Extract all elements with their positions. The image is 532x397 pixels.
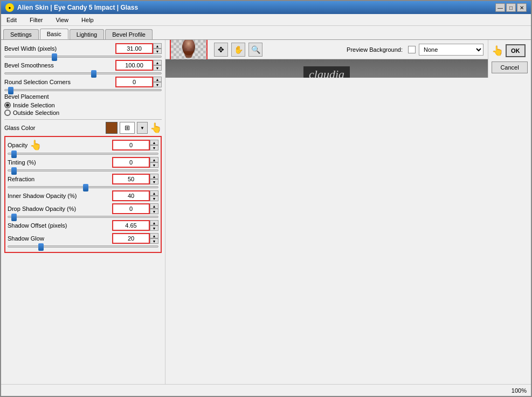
preview-text-band: claudia xyxy=(165,59,488,78)
opacity-slider-thumb[interactable] xyxy=(11,150,17,158)
bevel-smoothness-down[interactable]: ▼ xyxy=(153,65,162,71)
bevel-width-down[interactable]: ▼ xyxy=(153,49,162,54)
menu-help[interactable]: Help xyxy=(78,16,97,24)
bevel-width-slider-track[interactable] xyxy=(4,56,162,58)
bevel-smoothness-input-wrap: ▲ ▼ xyxy=(115,60,162,71)
tab-settings[interactable]: Settings xyxy=(3,29,39,39)
color-grid-button[interactable]: ⊞ xyxy=(120,122,135,134)
opacity-slider-track[interactable] xyxy=(8,153,158,155)
inner-shadow-opacity-input[interactable] xyxy=(112,190,150,201)
round-corners-label: Round Selection Corners xyxy=(4,79,115,85)
preview-top: ✥ ✋ 🔍 Preview Background: None xyxy=(165,40,531,78)
bevel-width-up[interactable]: ▲ xyxy=(153,43,162,49)
maximize-button[interactable]: □ xyxy=(506,3,516,12)
preview-canvas[interactable]: claudia xyxy=(165,59,488,78)
shadow-offset-input[interactable] xyxy=(112,220,150,231)
refraction-down[interactable]: ▼ xyxy=(150,179,158,184)
zoom-tool-button[interactable]: 🔍 xyxy=(248,43,262,57)
drop-shadow-opacity-slider-track[interactable] xyxy=(8,216,158,218)
main-window: ● Alien Skin | Eye Candy 5 Impact | Glas… xyxy=(0,0,532,397)
ok-hand-icon: 👆 xyxy=(492,45,503,57)
refraction-slider-thumb[interactable] xyxy=(83,184,88,191)
move-tool-button[interactable]: ✥ xyxy=(214,43,228,57)
preview-bg-label: Preview Background: xyxy=(347,46,403,53)
round-corners-up[interactable]: ▲ xyxy=(153,77,162,82)
refraction-slider-track[interactable] xyxy=(8,186,158,188)
bevel-smoothness-slider-track[interactable] xyxy=(4,72,162,74)
window-title: Alien Skin | Eye Candy 5 Impact | Glass xyxy=(17,4,138,11)
glass-color-row: Glass Color ⊞ ▼ 👆 xyxy=(4,122,162,134)
minimize-button[interactable]: — xyxy=(495,3,505,12)
hand-tool-button[interactable]: ✋ xyxy=(231,43,245,57)
bevel-smoothness-spinner: ▲ ▼ xyxy=(153,60,162,71)
refraction-up[interactable]: ▲ xyxy=(150,174,158,179)
shadow-offset-down[interactable]: ▼ xyxy=(150,225,158,231)
drop-shadow-opacity-input[interactable] xyxy=(112,203,150,214)
refraction-input-wrap: ▲ ▼ xyxy=(112,174,158,184)
inner-shadow-opacity-up[interactable]: ▲ xyxy=(150,190,158,196)
hand-icon: ✋ xyxy=(234,45,243,54)
tinting-slider-thumb[interactable] xyxy=(11,167,17,175)
shadow-glow-slider-thumb[interactable] xyxy=(38,243,44,251)
drop-shadow-opacity-label: Drop Shadow Opacity (%) xyxy=(8,206,112,212)
bevel-smoothness-input[interactable] xyxy=(115,60,153,71)
round-corners-slider-thumb[interactable] xyxy=(8,87,13,94)
refraction-input[interactable] xyxy=(112,174,150,184)
tab-bevel-profile[interactable]: Bevel Profile xyxy=(105,29,153,39)
cancel-button[interactable]: Cancel xyxy=(492,61,528,73)
tab-basic[interactable]: Basic xyxy=(40,29,68,39)
shadow-offset-spinner: ▲ ▼ xyxy=(150,220,158,231)
bevel-width-input[interactable] xyxy=(115,43,153,54)
close-button[interactable]: ✕ xyxy=(517,3,527,12)
color-dropdown-button[interactable]: ▼ xyxy=(137,122,148,134)
opacity-input-wrap: ▲ ▼ xyxy=(112,140,158,150)
round-corners-down[interactable]: ▼ xyxy=(153,82,162,87)
opacity-input[interactable] xyxy=(112,140,150,150)
shadow-glow-input[interactable] xyxy=(112,233,150,244)
opacity-down[interactable]: ▼ xyxy=(150,145,158,150)
glass-params-box: Opacity 👆 ▲ ▼ xyxy=(4,136,162,253)
tinting-up[interactable]: ▲ xyxy=(150,157,158,162)
bevel-width-label: Bevel Width (pixels) xyxy=(4,45,115,52)
glass-color-swatch[interactable] xyxy=(106,122,118,134)
shadow-offset-group: Shadow Offset (pixels) ▲ ▼ xyxy=(8,220,158,231)
drop-shadow-opacity-slider-thumb[interactable] xyxy=(11,214,17,221)
app-icon: ● xyxy=(5,3,14,12)
bevel-smoothness-up[interactable]: ▲ xyxy=(153,60,162,65)
round-corners-slider-track[interactable] xyxy=(4,89,162,91)
shadow-offset-up[interactable]: ▲ xyxy=(150,220,158,225)
preview-bg-select[interactable]: None White Black Gray xyxy=(419,44,483,56)
menu-view[interactable]: View xyxy=(52,16,72,24)
tab-lighting[interactable]: Lighting xyxy=(70,29,105,39)
title-controls: — □ ✕ xyxy=(495,3,527,12)
round-corners-input[interactable] xyxy=(115,77,153,87)
shadow-glow-down[interactable]: ▼ xyxy=(150,238,158,244)
shadow-glow-up[interactable]: ▲ xyxy=(150,233,158,238)
bevel-width-input-wrap: ▲ ▼ xyxy=(115,43,162,54)
drop-shadow-opacity-up[interactable]: ▲ xyxy=(150,203,158,209)
inside-selection-radio[interactable] xyxy=(4,102,11,108)
opacity-up[interactable]: ▲ xyxy=(150,140,158,145)
bevel-width-slider-thumb[interactable] xyxy=(52,53,57,61)
zoom-icon: 🔍 xyxy=(251,45,260,54)
bevel-smoothness-slider-thumb[interactable] xyxy=(91,70,96,78)
round-corners-group: Round Selection Corners ▲ ▼ xyxy=(4,77,162,91)
glass-color-label: Glass Color xyxy=(4,125,103,131)
outside-selection-radio[interactable] xyxy=(4,109,11,116)
drop-shadow-opacity-down[interactable]: ▼ xyxy=(150,209,158,214)
preview-toolbar: ✥ ✋ 🔍 Preview Background: None xyxy=(165,40,488,59)
shadow-glow-slider-track[interactable] xyxy=(8,245,158,248)
menu-filter[interactable]: Filter xyxy=(26,16,46,24)
tinting-slider-track[interactable] xyxy=(8,169,158,172)
inner-shadow-opacity-spinner: ▲ ▼ xyxy=(150,190,158,201)
opacity-spinner: ▲ ▼ xyxy=(150,140,158,150)
hand-pointer-icon-1: 👆 xyxy=(150,122,162,134)
inner-shadow-opacity-group: Inner Shadow Opacity (%) ▲ ▼ xyxy=(8,190,158,201)
ok-button[interactable]: OK xyxy=(506,44,526,57)
tinting-down[interactable]: ▼ xyxy=(150,162,158,168)
menu-edit[interactable]: Edit xyxy=(3,16,20,24)
tinting-input[interactable] xyxy=(112,157,150,168)
inner-shadow-opacity-down[interactable]: ▼ xyxy=(150,196,158,201)
right-area: ✥ ✋ 🔍 Preview Background: None xyxy=(165,40,531,384)
tinting-spinner: ▲ ▼ xyxy=(150,157,158,168)
